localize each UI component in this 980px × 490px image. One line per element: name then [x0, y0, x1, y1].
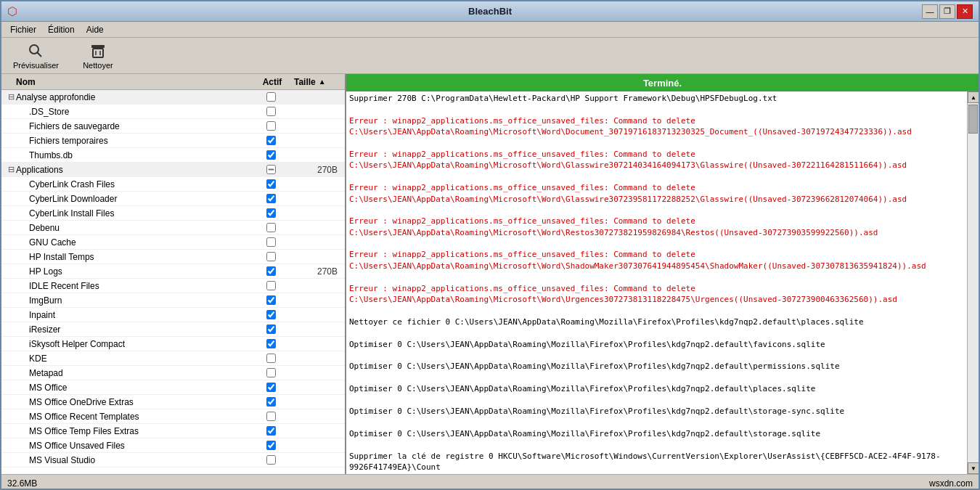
tree-checkbox-cell[interactable] — [249, 107, 293, 116]
tree-row[interactable]: HP Logs270B — [1, 264, 345, 279]
close-button[interactable]: ✕ — [957, 4, 973, 19]
tree-row[interactable]: MS Office — [1, 380, 345, 395]
checkbox-input[interactable] — [266, 339, 276, 348]
tree-checkbox-cell[interactable] — [249, 426, 293, 436]
checkbox-input[interactable] — [266, 237, 276, 247]
tree-row[interactable]: HP Install Temps — [1, 250, 345, 264]
tree-row[interactable]: Thumbs.db — [1, 148, 345, 163]
tree-checkbox-cell[interactable] — [249, 194, 293, 203]
checkbox-input[interactable] — [266, 223, 276, 232]
tree-checkbox-cell[interactable] — [249, 237, 293, 247]
scrollbar-thumb[interactable] — [968, 105, 978, 134]
tree-row[interactable]: Fichiers temporaires — [1, 134, 345, 148]
checkbox-input[interactable] — [266, 150, 276, 160]
checkbox-input[interactable] — [266, 441, 276, 450]
scrollbar[interactable]: ▲ ▼ — [967, 91, 979, 474]
tree-checkbox-cell[interactable] — [249, 354, 293, 363]
scrollbar-up-button[interactable]: ▲ — [968, 91, 979, 103]
checkbox-input[interactable] — [266, 252, 276, 261]
checkbox-input[interactable] — [266, 194, 276, 203]
tree-checkbox-cell[interactable] — [249, 368, 293, 377]
tree-checkbox-cell[interactable] — [249, 310, 293, 319]
checkbox-input[interactable] — [266, 426, 276, 436]
preview-button[interactable]: Prévisualiser — [7, 39, 65, 73]
checkbox-input[interactable] — [266, 165, 276, 174]
checkbox-input[interactable] — [266, 324, 276, 334]
tree-checkbox-cell[interactable] — [249, 179, 293, 189]
menu-edition[interactable]: Édition — [42, 23, 81, 36]
tree-checkbox-cell[interactable] — [249, 252, 293, 261]
tree-row[interactable]: GNU Cache — [1, 235, 345, 250]
expand-icon[interactable]: ⊟ — [6, 92, 16, 102]
tree-row[interactable]: ⊟Analyse approfondie — [1, 90, 345, 105]
maximize-button[interactable]: ❐ — [939, 4, 955, 19]
tree-row[interactable]: IDLE Recent Files — [1, 279, 345, 293]
log-line: Erreur : winapp2_applications.ms_office_… — [349, 115, 964, 138]
checkbox-input[interactable] — [266, 354, 276, 363]
tree-row[interactable]: KDE — [1, 351, 345, 366]
tree-checkbox-cell[interactable] — [249, 339, 293, 348]
checkbox-input[interactable] — [266, 136, 276, 145]
tree-row[interactable]: iResizer — [1, 322, 345, 337]
tree-checkbox-cell[interactable] — [249, 165, 293, 174]
tree-item-label: MS Office — [29, 383, 249, 393]
checkbox-input[interactable] — [266, 121, 276, 131]
tree-checkbox-cell[interactable] — [249, 150, 293, 160]
tree-checkbox-cell[interactable] — [249, 455, 293, 465]
tree-checkbox-cell[interactable] — [249, 324, 293, 334]
tree-checkbox-cell[interactable] — [249, 281, 293, 290]
checkbox-input[interactable] — [266, 383, 276, 392]
tree-row[interactable]: MS Visual Studio — [1, 453, 345, 467]
tree-row[interactable]: Fichiers de sauvegarde — [1, 119, 345, 134]
tree-row[interactable]: ⊟Applications270B — [1, 163, 345, 177]
tree-row[interactable]: CyberLink Downloader — [1, 192, 345, 206]
right-panel: Terminé. Supprimer 270B C:\ProgramData\H… — [346, 74, 979, 474]
tree-checkbox-cell[interactable] — [249, 223, 293, 232]
tree-row[interactable]: Metapad — [1, 366, 345, 380]
tree-row[interactable]: MS Office Recent Templates — [1, 409, 345, 424]
tree-row[interactable]: MS Office OneDrive Extras — [1, 395, 345, 409]
tree-checkbox-cell[interactable] — [249, 136, 293, 145]
tree-checkbox-cell[interactable] — [249, 208, 293, 218]
tree-row[interactable]: MS Office Unsaved Files — [1, 438, 345, 453]
expand-icon[interactable]: ⊟ — [6, 165, 16, 174]
checkbox-input[interactable] — [266, 266, 276, 276]
checkbox-input[interactable] — [266, 107, 276, 116]
log-line: Optimiser 0 C:\Users\JEAN\AppData\Roamin… — [349, 361, 964, 372]
checkbox-input[interactable] — [266, 310, 276, 319]
tree-list[interactable]: ⊟Analyse approfondie.DS_StoreFichiers de… — [1, 90, 345, 474]
scrollbar-track[interactable] — [968, 103, 979, 462]
checkbox-input[interactable] — [266, 412, 276, 421]
tree-checkbox-cell[interactable] — [249, 295, 293, 305]
checkbox-input[interactable] — [266, 455, 276, 465]
menu-fichier[interactable]: Fichier — [4, 23, 42, 36]
tree-row[interactable]: Debenu — [1, 221, 345, 235]
checkbox-input[interactable] — [266, 208, 276, 218]
tree-row[interactable]: iSkysoft Helper Compact — [1, 337, 345, 351]
checkbox-input[interactable] — [266, 281, 276, 290]
tree-row[interactable]: CyberLink Crash Files — [1, 177, 345, 192]
tree-row[interactable]: .DS_Store — [1, 105, 345, 119]
tree-checkbox-cell[interactable] — [249, 441, 293, 450]
tree-checkbox-cell[interactable] — [249, 383, 293, 392]
menu-aide[interactable]: Aide — [81, 23, 110, 36]
scrollbar-down-button[interactable]: ▼ — [968, 462, 979, 474]
tree-item-label: Thumbs.db — [29, 150, 249, 160]
tree-checkbox-cell[interactable] — [249, 266, 293, 276]
checkbox-input[interactable] — [266, 295, 276, 305]
tree-row[interactable]: CyberLink Install Files — [1, 206, 345, 221]
tree-row[interactable]: Inpaint — [1, 308, 345, 322]
checkbox-input[interactable] — [266, 368, 276, 377]
tree-row[interactable]: MS Office Temp Files Extras — [1, 424, 345, 438]
tree-checkbox-cell[interactable] — [249, 121, 293, 131]
tree-row[interactable]: ImgBurn — [1, 293, 345, 308]
minimize-button[interactable]: — — [922, 4, 938, 19]
clean-button[interactable]: Nettoyer — [76, 39, 120, 73]
checkbox-input[interactable] — [266, 179, 276, 189]
tree-checkbox-cell[interactable] — [249, 92, 293, 102]
tree-checkbox-cell[interactable] — [249, 412, 293, 421]
tree-checkbox-cell[interactable] — [249, 397, 293, 407]
checkbox-input[interactable] — [266, 397, 276, 407]
log-line: Erreur : winapp2_applications.ms_office_… — [349, 149, 964, 171]
checkbox-input[interactable] — [266, 92, 276, 102]
